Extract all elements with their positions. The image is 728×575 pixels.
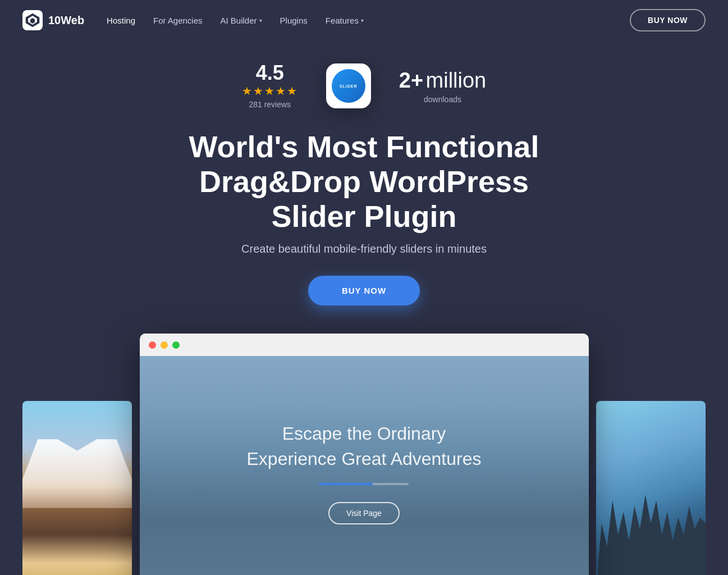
plugin-icon: SLIDER bbox=[326, 63, 371, 108]
hero-title: World's Most Functional Drag&Drop WordPr… bbox=[112, 129, 617, 234]
nav-link-for-agencies[interactable]: For Agencies bbox=[153, 16, 203, 25]
slider-headline2: Experience Great Adventures bbox=[246, 449, 481, 469]
navbar: 10Web Hosting For Agencies AI Builder ▾ … bbox=[0, 0, 728, 40]
reviews-label: 281 reviews bbox=[249, 100, 291, 109]
nav-link-ai-builder[interactable]: AI Builder ▾ bbox=[221, 16, 262, 25]
mountain-image bbox=[22, 401, 132, 575]
slider-headline1: Escape the Ordinary bbox=[246, 423, 481, 444]
nav-link-plugins[interactable]: Plugins bbox=[280, 16, 308, 25]
city-image bbox=[596, 401, 706, 575]
logo[interactable]: 10Web bbox=[22, 10, 84, 30]
downloads-label: downloads bbox=[424, 95, 461, 104]
rating-number: 4.5 bbox=[256, 63, 284, 83]
downloads-unit: million bbox=[426, 69, 487, 92]
navbar-buy-now-button[interactable]: BUY NOW bbox=[630, 9, 706, 31]
browser-dot-red bbox=[149, 341, 156, 349]
slider-progress-fill bbox=[319, 483, 373, 485]
browser-mockup-container: ‹ Escape the Ordinary Experience Great A… bbox=[22, 334, 706, 575]
nav-link-features[interactable]: Features ▾ bbox=[326, 16, 364, 25]
side-image-left bbox=[22, 401, 132, 575]
nav-link-hosting[interactable]: Hosting bbox=[107, 16, 135, 25]
features-chevron-icon: ▾ bbox=[361, 17, 364, 24]
rating-stat: 4.5 ★★★★★ 281 reviews bbox=[242, 63, 298, 109]
slider-text-container: Escape the Ordinary Experience Great Adv… bbox=[246, 423, 481, 524]
browser-window: ‹ Escape the Ordinary Experience Great A… bbox=[140, 334, 589, 575]
browser-content: ‹ Escape the Ordinary Experience Great A… bbox=[140, 356, 589, 575]
downloads-number: 2+ bbox=[399, 69, 423, 92]
browser-dot-yellow bbox=[161, 341, 168, 349]
rating-stars: ★★★★★ bbox=[242, 84, 298, 98]
side-image-right bbox=[596, 401, 706, 575]
slider-visit-button[interactable]: Visit Page bbox=[328, 502, 400, 524]
navbar-left: 10Web Hosting For Agencies AI Builder ▾ … bbox=[22, 10, 364, 30]
hero-cta-button[interactable]: BUY NOW bbox=[308, 276, 420, 305]
downloads-stat: 2+ million downloads bbox=[399, 69, 486, 104]
browser-topbar bbox=[140, 334, 589, 356]
nav-links: Hosting For Agencies AI Builder ▾ Plugin… bbox=[107, 16, 364, 25]
stats-row: 4.5 ★★★★★ 281 reviews SLIDER 2+ million … bbox=[242, 63, 486, 109]
logo-icon bbox=[22, 10, 43, 30]
plugin-icon-inner: SLIDER bbox=[332, 69, 365, 103]
ai-builder-chevron-icon: ▾ bbox=[259, 17, 262, 24]
hero-section: 4.5 ★★★★★ 281 reviews SLIDER 2+ million … bbox=[0, 40, 728, 575]
hero-subtitle: Create beautiful mobile-friendly sliders… bbox=[241, 243, 487, 255]
browser-dot-green bbox=[172, 341, 180, 349]
plugin-icon-label: SLIDER bbox=[340, 84, 358, 88]
slider-progress-bar bbox=[319, 483, 409, 485]
brand-name: 10Web bbox=[48, 14, 84, 27]
